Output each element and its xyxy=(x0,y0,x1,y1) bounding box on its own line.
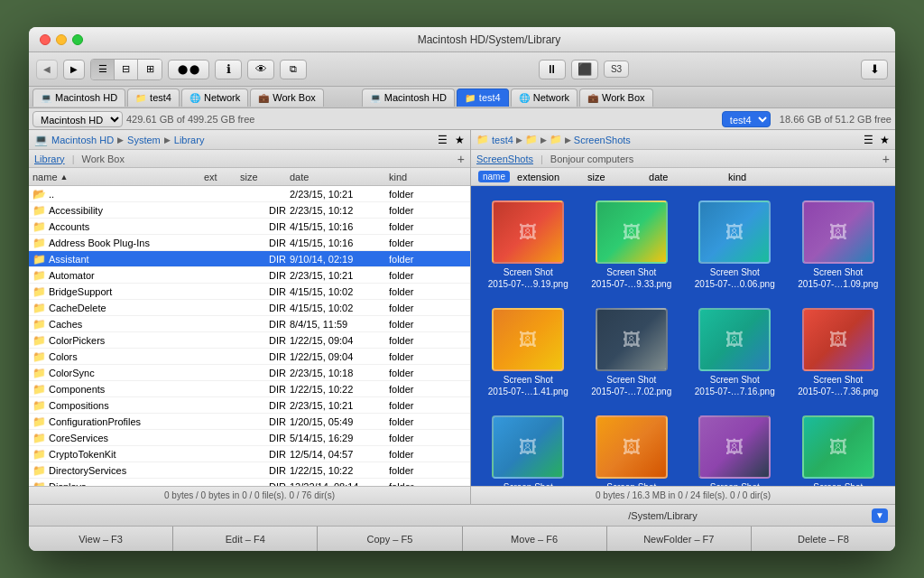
delete-f8-button[interactable]: Delete – F8 xyxy=(752,527,895,551)
preview-button[interactable]: 👁 xyxy=(247,60,274,79)
list-view-button[interactable]: ☰ xyxy=(91,60,115,79)
left-section-library[interactable]: Library xyxy=(34,154,65,164)
right-bc-screens2[interactable]: 📁 xyxy=(550,134,562,145)
file-row[interactable]: 📁ColorPickersDIR1/22/15, 09:04folder xyxy=(29,332,470,349)
left-tab-network[interactable]: 🌐 Network xyxy=(181,89,248,107)
file-row[interactable]: 📁Address Book Plug-InsDIR4/15/15, 10:16f… xyxy=(29,235,470,251)
file-row[interactable]: 📁DisplaysDIR12/22/14, 08:14folder xyxy=(29,479,470,486)
screenshot-item[interactable]: 🖼Screen Shot 2015-07-…7.36.png xyxy=(790,303,887,403)
screenshot-item[interactable]: 🖼Screen Shot 2015-07-…9.19.png xyxy=(480,195,577,295)
screenshot-item[interactable]: 🖼Screen Shot 2015-07-…8.00.png xyxy=(584,410,680,486)
right-section-screenshots[interactable]: ScreenShots xyxy=(476,154,533,164)
left-view-menu-icon[interactable]: ☰ xyxy=(438,134,448,146)
file-size: DIR xyxy=(240,400,290,411)
screenshot-item[interactable]: 🖼Screen Shot 2015-07-…7.02.png xyxy=(584,303,680,403)
file-row[interactable]: 📁AutomatorDIR2/23/15, 10:21folder xyxy=(29,267,470,284)
screenshot-thumbnail: 🖼 xyxy=(492,200,564,264)
file-name: Assistant xyxy=(49,254,89,265)
screenshot-item[interactable]: 🖼Screen Shot 2015-07-…1.09.png xyxy=(790,195,887,295)
file-row[interactable]: 📁AccountsDIR4/15/15, 10:16folder xyxy=(29,219,470,235)
newfolder-f7-button[interactable]: NewFolder – F7 xyxy=(607,527,752,551)
copy-icon-button[interactable]: ⬛ xyxy=(571,60,598,79)
move-f6-button[interactable]: Move – F6 xyxy=(463,527,607,551)
screenshot-item[interactable]: 🖼Screen Shot 2015-07-…9.24.png xyxy=(790,410,887,486)
left-bookmark-icon[interactable]: ★ xyxy=(455,134,465,146)
right-col-size[interactable]: size xyxy=(587,172,642,182)
right-col-ext[interactable]: extension xyxy=(517,172,580,182)
icon-view-button[interactable]: ⊞ xyxy=(138,60,162,79)
file-row[interactable]: 📁ColorsDIR1/22/15, 09:04folder xyxy=(29,349,470,365)
edit-f4-button[interactable]: Edit – F4 xyxy=(173,527,318,551)
right-bc-screens[interactable]: 📁 xyxy=(525,134,538,145)
screenshot-item[interactable]: 🖼Screen Shot 2015-07-…7.45.png xyxy=(480,410,577,486)
right-view-menu-icon[interactable]: ☰ xyxy=(864,134,873,146)
left-tab-workbox[interactable]: 💼 Work Box xyxy=(250,89,323,107)
file-row[interactable]: 📁DirectoryServicesDIR1/22/15, 10:22folde… xyxy=(29,462,470,479)
left-tab-macintosh[interactable]: 💻 Macintosh HD xyxy=(32,89,125,107)
folder-icon: 📂 xyxy=(32,188,46,200)
file-row[interactable]: 📁CacheDeleteDIR4/15/15, 10:02folder xyxy=(29,300,470,316)
col-header-kind[interactable]: kind xyxy=(389,172,443,182)
left-file-list[interactable]: 📂..2/23/15, 10:21folder📁AccessibilityDIR… xyxy=(29,186,470,486)
right-col-kind[interactable]: kind xyxy=(728,172,773,182)
badge-button[interactable]: S3 xyxy=(604,61,629,78)
right-tab-macintosh[interactable]: 💻 Macintosh HD xyxy=(362,89,455,107)
right-tab-test4[interactable]: 📁 test4 xyxy=(457,89,509,107)
left-section-workbox[interactable]: Work Box xyxy=(81,154,124,164)
screenshot-item[interactable]: 🖼Screen Shot 2015-07-…8.16.png xyxy=(687,410,783,486)
right-section-bonjour[interactable]: Bonjour computers xyxy=(550,154,633,164)
left-path-select[interactable]: Macintosh HD xyxy=(32,111,123,127)
pause-button[interactable]: ⏸ xyxy=(539,60,566,79)
file-row[interactable]: 📁CryptoTokenKitDIR12/5/14, 04:57folder xyxy=(29,446,470,462)
left-add-button[interactable]: + xyxy=(457,152,465,166)
file-row[interactable]: 📁AssistantDIR9/10/14, 02:19folder xyxy=(29,251,470,267)
minimize-button[interactable] xyxy=(56,34,67,45)
file-date: 1/22/15, 10:22 xyxy=(290,465,389,476)
left-tab-test4[interactable]: 📁 test4 xyxy=(127,89,180,107)
right-add-button[interactable]: + xyxy=(882,152,890,166)
col-header-size[interactable]: size xyxy=(240,172,290,182)
right-col-date[interactable]: date xyxy=(649,172,721,182)
col-header-ext[interactable]: ext xyxy=(204,172,240,182)
right-bookmark-icon[interactable]: ★ xyxy=(880,134,890,146)
file-row[interactable]: 📂..2/23/15, 10:21folder xyxy=(29,186,470,202)
right-col-name[interactable]: name xyxy=(478,171,510,182)
forward-button[interactable]: ▶ xyxy=(63,60,85,79)
right-tab-workbox[interactable]: 💼 Work Box xyxy=(579,89,652,107)
toggle-button[interactable]: ⬤ ⬤ xyxy=(168,60,209,79)
right-icon-grid[interactable]: 🖼Screen Shot 2015-07-…9.19.png🖼Screen Sh… xyxy=(471,186,895,486)
right-bc-test4[interactable]: test4 xyxy=(492,135,513,145)
file-row[interactable]: 📁CoreServicesDIR5/14/15, 16:29folder xyxy=(29,430,470,446)
file-kind: folder xyxy=(389,205,443,216)
close-button[interactable] xyxy=(40,34,51,45)
copy-f5-button[interactable]: Copy – F5 xyxy=(318,527,462,551)
left-bc-macintosh[interactable]: Macintosh HD xyxy=(51,135,114,145)
path-dropdown-button[interactable]: ▼ xyxy=(872,508,888,523)
right-path-select[interactable]: test4 xyxy=(722,111,771,127)
col-header-date[interactable]: date xyxy=(290,172,389,182)
view-f3-button[interactable]: View – F3 xyxy=(29,527,173,551)
screenshot-item[interactable]: 🖼Screen Shot 2015-07-…0.06.png xyxy=(687,195,783,295)
screenshot-thumbnail: 🖼 xyxy=(698,200,771,264)
file-row[interactable]: 📁ComponentsDIR1/22/15, 10:22folder xyxy=(29,381,470,397)
download-button[interactable]: ⬇ xyxy=(861,60,888,79)
file-row[interactable]: 📁CachesDIR8/4/15, 11:59folder xyxy=(29,316,470,332)
left-bc-library[interactable]: Library xyxy=(174,135,205,145)
search-button[interactable]: ⧉ xyxy=(280,60,307,79)
screenshot-item[interactable]: 🖼Screen Shot 2015-07-…1.41.png xyxy=(480,303,577,403)
column-view-button[interactable]: ⊟ xyxy=(115,60,138,79)
col-header-name[interactable]: name ▲ xyxy=(32,172,204,182)
right-tab-network[interactable]: 🌐 Network xyxy=(511,89,578,107)
back-button[interactable]: ◀ xyxy=(36,60,58,79)
file-row[interactable]: 📁CompositionsDIR2/23/15, 10:21folder xyxy=(29,397,470,414)
screenshot-item[interactable]: 🖼Screen Shot 2015-07-…9.33.png xyxy=(584,195,680,295)
left-bc-system[interactable]: System xyxy=(127,135,161,145)
screenshot-item[interactable]: 🖼Screen Shot 2015-07-…7.16.png xyxy=(687,303,783,403)
info-button[interactable]: ℹ xyxy=(215,60,242,79)
file-row[interactable]: 📁ColorSyncDIR2/23/15, 10:18folder xyxy=(29,365,470,381)
right-bc-screenshots[interactable]: ScreenShots xyxy=(574,135,631,145)
file-row[interactable]: 📁ConfigurationProfilesDIR1/20/15, 05:49f… xyxy=(29,414,470,430)
file-row[interactable]: 📁BridgeSupportDIR4/15/15, 10:02folder xyxy=(29,284,470,300)
maximize-button[interactable] xyxy=(72,34,83,45)
file-row[interactable]: 📁AccessibilityDIR2/23/15, 10:12folder xyxy=(29,202,470,219)
